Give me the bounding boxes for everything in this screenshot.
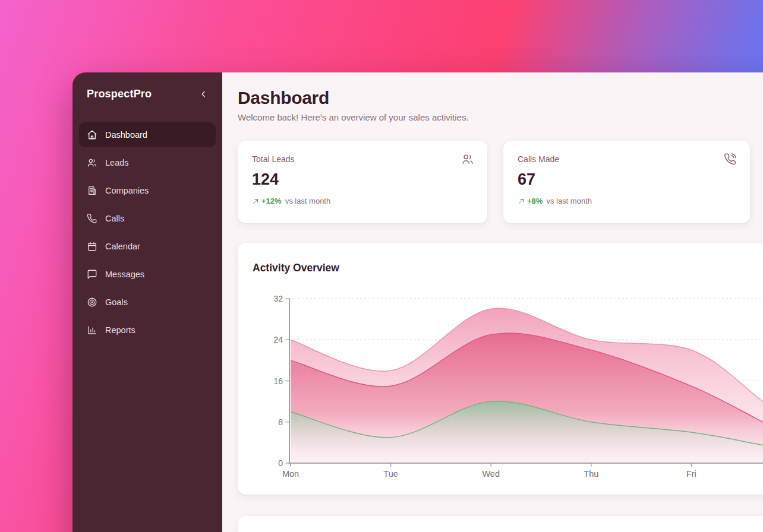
x-axis-tick-label: Tue	[383, 469, 398, 479]
trend-value: +12%	[261, 197, 282, 205]
sidebar-item-label: Messages	[105, 270, 144, 279]
trend-up-arrow-icon	[252, 198, 259, 205]
y-axis-tick-label: 24	[240, 335, 283, 344]
building-icon	[87, 185, 97, 196]
sidebar-item-label: Calendar	[105, 242, 140, 251]
sidebar-item-dashboard[interactable]: Dashboard	[79, 122, 216, 147]
y-axis-tick-label: 16	[240, 376, 283, 386]
trend-up: +12%	[252, 197, 282, 205]
sidebar-item-messages[interactable]: Messages	[79, 262, 216, 287]
stat-label: Total Leads	[252, 154, 473, 164]
stat-cards-row: Total Leads 124 +12% vs last month Calls…	[238, 141, 763, 223]
sidebar-item-goals[interactable]: Goals	[79, 290, 216, 315]
message-icon	[87, 269, 97, 280]
y-axis-tick-label: 0	[240, 458, 283, 468]
activity-overview-card: Activity Overview 0 8 16 24 32 Mon Tue W…	[238, 243, 763, 495]
sidebar-item-label: Leads	[105, 158, 129, 167]
sidebar-item-calendar[interactable]: Calendar	[79, 234, 216, 259]
sidebar-item-label: Goals	[105, 297, 128, 307]
sidebar-item-label: Dashboard	[105, 130, 147, 140]
home-icon	[87, 129, 97, 140]
x-axis-tick-label: Wed	[482, 469, 500, 479]
stat-value: 67	[518, 170, 736, 189]
trend-suffix: vs last month	[546, 197, 592, 205]
sidebar-item-label: Calls	[105, 214, 124, 223]
sidebar-item-label: Companies	[105, 186, 149, 195]
main-content: Dashboard Welcome back! Here's an overvi…	[222, 72, 763, 532]
chart-canvas	[238, 243, 763, 495]
sidebar: ProspectPro Dashboard Leads Companies	[72, 72, 222, 532]
app-logo: ProspectPro	[87, 88, 152, 100]
trend-up-arrow-icon	[518, 198, 525, 205]
trend-value: +8%	[527, 197, 543, 205]
sidebar-collapse-button[interactable]	[196, 87, 210, 101]
calendar-icon	[87, 241, 97, 252]
bar-chart-icon	[87, 325, 97, 335]
sidebar-item-reports[interactable]: Reports	[79, 318, 216, 343]
activity-area-chart: 0 8 16 24 32 Mon Tue Wed Thu Fri	[238, 243, 763, 495]
stat-label: Calls Made	[518, 154, 736, 164]
trend-suffix: vs last month	[285, 197, 331, 205]
stat-trend: +8% vs last month	[518, 197, 736, 205]
sidebar-item-calls[interactable]: Calls	[79, 206, 216, 231]
page-title: Dashboard	[238, 88, 763, 108]
target-icon	[87, 297, 97, 308]
sidebar-item-companies[interactable]: Companies	[79, 178, 216, 203]
page-subtitle: Welcome back! Here's an overview of your…	[238, 112, 763, 122]
x-axis-tick-label: Mon	[282, 469, 299, 479]
phone-call-icon	[724, 153, 737, 168]
sidebar-nav: Dashboard Leads Companies Calls Calendar…	[79, 122, 216, 343]
sidebar-item-label: Reports	[105, 325, 135, 335]
sidebar-item-leads[interactable]: Leads	[79, 150, 216, 175]
next-section-card	[238, 516, 763, 532]
phone-icon	[87, 213, 97, 224]
stat-trend: +12% vs last month	[252, 197, 473, 205]
x-axis-tick-label: Fri	[686, 469, 696, 479]
users-icon	[87, 157, 97, 168]
stat-card-calls-made: Calls Made 67 +8% vs last month	[503, 141, 750, 223]
users-icon	[461, 153, 474, 168]
stat-value: 124	[252, 170, 473, 189]
y-axis-tick-label: 32	[240, 294, 283, 303]
chevron-left-icon	[199, 90, 208, 99]
y-axis-tick-label: 8	[240, 417, 283, 427]
app-window: ProspectPro Dashboard Leads Companies	[72, 72, 763, 532]
sidebar-header: ProspectPro	[79, 86, 216, 101]
stat-card-total-leads: Total Leads 124 +12% vs last month	[238, 141, 487, 223]
x-axis-tick-label: Thu	[584, 469, 598, 479]
trend-up: +8%	[518, 197, 543, 205]
